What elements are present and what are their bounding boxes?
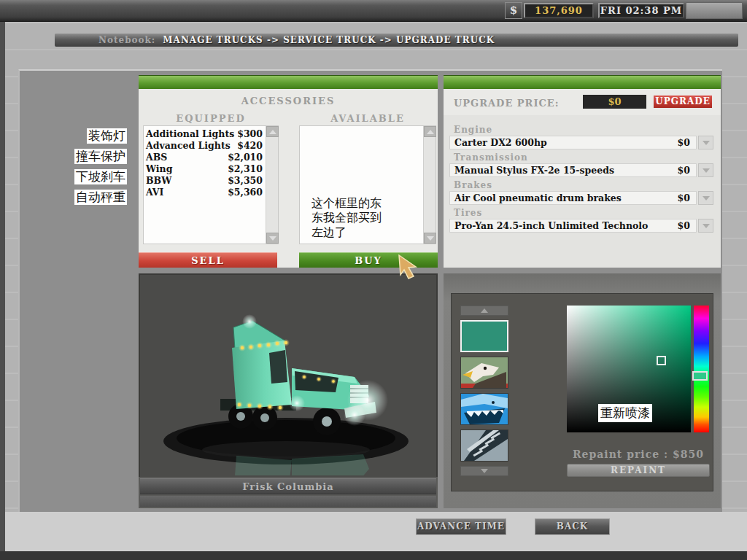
color-picker-marker[interactable]	[657, 356, 666, 365]
topbar-spacer	[686, 2, 743, 19]
truck-image	[140, 275, 436, 475]
top-status-bar: $ 137,690 FRI 02:38 PM	[0, 0, 747, 22]
item-name: BBW	[146, 175, 171, 187]
scroll-up-icon[interactable]	[266, 126, 279, 137]
repaint-price: Repaint price : $850	[567, 448, 710, 460]
repaint-panel: 重新喷漆 Repaint price : $850 REPAINT	[444, 273, 721, 508]
hue-slider-marker[interactable]	[692, 371, 708, 381]
scroll-down-icon[interactable]	[424, 233, 436, 244]
breadcrumb-label: Notebook:	[98, 35, 155, 45]
repaint-annotation: 重新喷漆	[598, 404, 652, 422]
buy-button[interactable]: BUY	[299, 252, 438, 268]
upgrade-price-label: UPGRADE PRICE:	[454, 98, 560, 109]
repaint-inner: 重新喷漆 Repaint price : $850 REPAINT	[451, 293, 713, 491]
paint-thumb-walkway-photo[interactable]	[460, 429, 508, 462]
bottom-edge-trim	[0, 551, 747, 560]
truck-preview-panel: Frisk Columbia	[139, 273, 438, 508]
upgrade-price-value: $0	[583, 95, 646, 109]
item-price: $300	[237, 128, 263, 140]
engine-value: Carter DX2 600hp	[454, 137, 547, 148]
truck-viewport	[139, 273, 438, 477]
tires-select[interactable]: Pro-Yan 24.5-inch Unlimited Technolo $0	[449, 219, 697, 233]
time-display: FRI 02:38 PM	[598, 3, 684, 18]
money-display: 137,690	[524, 3, 594, 18]
available-scrollbar[interactable]	[423, 126, 436, 244]
engine-label: Engine	[454, 125, 492, 135]
equipped-scrollbar[interactable]	[266, 126, 278, 244]
paint-thumb-shark-photo[interactable]	[460, 393, 508, 425]
advance-time-button[interactable]: ADVANCE TIME	[416, 518, 506, 534]
brakes-value: Air Cool pneumatic drum brakes	[454, 192, 622, 203]
annotation-decorative-lights: 装饰灯	[87, 128, 127, 144]
scroll-down-icon[interactable]	[266, 233, 279, 244]
item-price: $3,350	[228, 175, 263, 187]
transmission-select[interactable]: Manual Stylus FX-2e 15-speeds $0	[449, 163, 697, 177]
transmission-label: Transmission	[454, 152, 528, 163]
available-annotation: 这个框里的东东我全部买到左边了	[311, 196, 386, 240]
item-name: AVI	[146, 187, 163, 198]
upgrade-button[interactable]: UPGRADE	[653, 95, 713, 109]
upgrade-price-row: UPGRADE PRICE: $0 UPGRADE	[444, 89, 721, 115]
upgrade-header-bar	[444, 75, 721, 89]
truck-panel-base	[140, 496, 436, 507]
engine-select[interactable]: Carter DX2 600hp $0	[449, 136, 697, 149]
equipped-listbox[interactable]: Additional Lights $300 Advanced Lights $…	[143, 125, 279, 244]
breadcrumb: Notebook: MANAGE TRUCKS -> SERVICE TRUCK…	[55, 33, 738, 47]
tires-price: $0	[678, 220, 690, 231]
accessories-panel: ACCESSORIES EQUIPPED AVAILABLE Additiona…	[139, 75, 438, 268]
paint-thumbnail-strip	[460, 306, 508, 476]
paint-thumb-color-swatch[interactable]	[460, 320, 508, 352]
item-price: $5,360	[228, 187, 263, 198]
annotation-downhill-brake: 下坡刹车	[74, 169, 127, 184]
annotation-crash-protection: 撞车保护	[74, 149, 127, 164]
equipped-header: EQUIPPED	[143, 113, 279, 124]
list-item[interactable]: Wing $2,310	[146, 163, 263, 175]
engine-price: $0	[678, 137, 690, 148]
list-item[interactable]: ABS $2,010	[146, 152, 263, 163]
back-button[interactable]: BACK	[535, 518, 610, 534]
engine-dropdown-icon[interactable]	[698, 136, 713, 149]
upgrade-panel: UPGRADE PRICE: $0 UPGRADE Engine Carter …	[444, 75, 721, 268]
item-name: ABS	[146, 152, 167, 163]
currency-icon: $	[505, 2, 522, 19]
tires-dropdown-icon[interactable]	[698, 219, 713, 233]
item-price: $420	[237, 140, 263, 152]
paint-thumb-eagle-photo[interactable]	[460, 357, 508, 389]
brakes-price: $0	[678, 192, 690, 203]
upgrade-truck-screen: $ 137,690 FRI 02:38 PM Notebook: MANAGE …	[0, 0, 747, 560]
breadcrumb-path: MANAGE TRUCKS -> SERVICE TRUCK -> UPGRAD…	[163, 35, 495, 45]
transmission-value: Manual Stylus FX-2e 15-speeds	[454, 165, 614, 176]
truck-name: Frisk Columbia	[140, 478, 436, 494]
hue-slider[interactable]	[694, 306, 709, 432]
repaint-button[interactable]: REPAINT	[567, 464, 710, 477]
thumb-scroll-up-icon[interactable]	[460, 306, 508, 316]
item-price: $2,310	[228, 163, 263, 175]
left-edge-trim	[0, 22, 5, 551]
transmission-price: $0	[678, 165, 690, 176]
item-name: Wing	[146, 163, 172, 175]
item-name: Additional Lights	[146, 128, 234, 140]
accessories-title: ACCESSORIES	[139, 96, 438, 106]
available-listbox[interactable]: 这个框里的东东我全部买到左边了	[299, 125, 436, 244]
list-item[interactable]: Additional Lights $300	[146, 128, 263, 140]
equipped-rows: Additional Lights $300 Advanced Lights $…	[146, 128, 263, 198]
brakes-label: Brakes	[454, 180, 492, 190]
tires-label: Tires	[454, 208, 482, 218]
item-price: $2,010	[228, 152, 263, 163]
list-item[interactable]: BBW $3,350	[146, 175, 263, 187]
transmission-dropdown-icon[interactable]	[698, 163, 713, 177]
annotation-list: 装饰灯 撞车保护 下坡刹车 自动秤重	[44, 128, 127, 205]
accessories-header-bar	[139, 75, 438, 89]
list-item[interactable]: Advanced Lights $420	[146, 140, 263, 152]
footer-band	[5, 512, 747, 551]
annotation-auto-weighing: 自动秤重	[74, 190, 127, 205]
thumb-scroll-down-icon[interactable]	[460, 466, 508, 476]
item-name: Advanced Lights	[146, 140, 231, 152]
list-item[interactable]: AVI $5,360	[146, 187, 263, 198]
sell-button[interactable]: SELL	[139, 252, 277, 268]
available-header: AVAILABLE	[299, 113, 436, 124]
scroll-up-icon[interactable]	[424, 126, 436, 137]
brakes-select[interactable]: Air Cool pneumatic drum brakes $0	[449, 191, 697, 205]
brakes-dropdown-icon[interactable]	[698, 191, 713, 205]
tires-value: Pro-Yan 24.5-inch Unlimited Technolo	[454, 220, 648, 231]
